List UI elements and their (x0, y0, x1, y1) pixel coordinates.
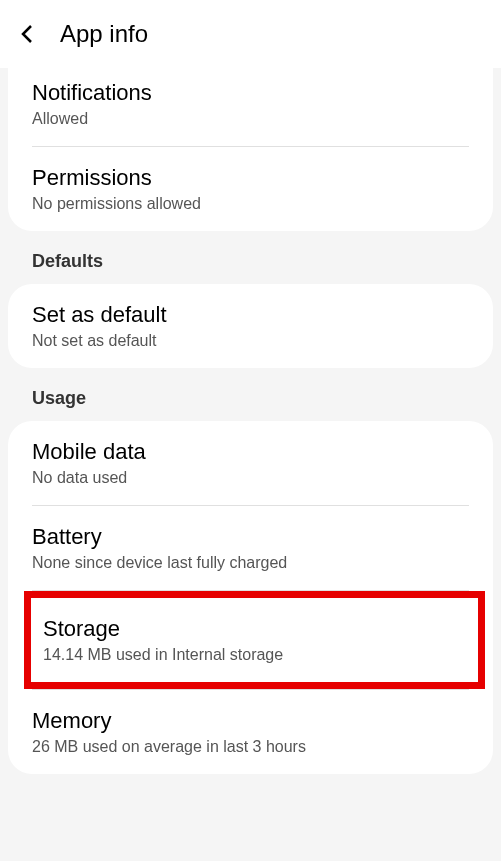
card-usage: Mobile data No data used Battery None si… (8, 421, 493, 774)
permissions-title: Permissions (32, 165, 469, 191)
card-general: Notifications Allowed Permissions No per… (8, 68, 493, 231)
set-as-default-subtitle: Not set as default (32, 332, 469, 350)
defaults-section-header: Defaults (0, 231, 501, 284)
battery-subtitle: None since device last fully charged (32, 554, 469, 572)
memory-subtitle: 26 MB used on average in last 3 hours (32, 738, 469, 756)
storage-subtitle: 14.14 MB used in Internal storage (43, 646, 470, 664)
notifications-title: Notifications (32, 80, 469, 106)
storage-item[interactable]: Storage 14.14 MB used in Internal storag… (35, 598, 478, 682)
mobile-data-subtitle: No data used (32, 469, 469, 487)
permissions-subtitle: No permissions allowed (32, 195, 469, 213)
set-as-default-item[interactable]: Set as default Not set as default (8, 284, 493, 368)
set-as-default-title: Set as default (32, 302, 469, 328)
back-icon[interactable] (16, 22, 40, 46)
memory-item[interactable]: Memory 26 MB used on average in last 3 h… (8, 690, 493, 774)
header: App info (0, 0, 501, 68)
permissions-item[interactable]: Permissions No permissions allowed (8, 147, 493, 231)
mobile-data-title: Mobile data (32, 439, 469, 465)
memory-title: Memory (32, 708, 469, 734)
usage-section-header: Usage (0, 368, 501, 421)
battery-item[interactable]: Battery None since device last fully cha… (8, 506, 493, 590)
battery-title: Battery (32, 524, 469, 550)
notifications-item[interactable]: Notifications Allowed (8, 68, 493, 146)
storage-highlight: Storage 14.14 MB used in Internal storag… (24, 591, 485, 689)
mobile-data-item[interactable]: Mobile data No data used (8, 421, 493, 505)
storage-title: Storage (43, 616, 470, 642)
card-defaults: Set as default Not set as default (8, 284, 493, 368)
notifications-subtitle: Allowed (32, 110, 469, 128)
page-title: App info (60, 20, 148, 48)
